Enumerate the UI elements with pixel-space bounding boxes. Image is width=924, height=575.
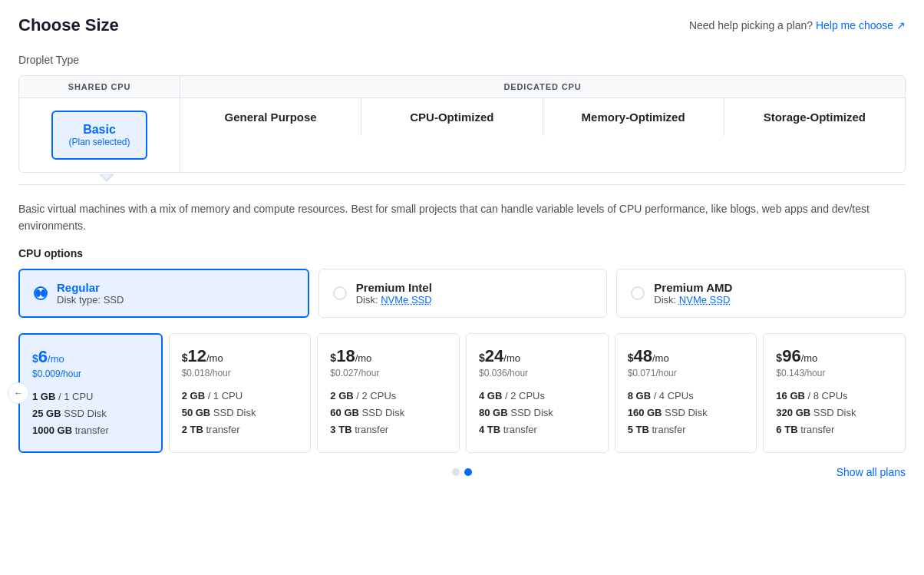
pricing-card-24[interactable]: $ 24 /mo $0.036/hour 4 GB / 2 CPUs 80 GB… <box>466 333 609 453</box>
premium-intel-disk-link[interactable]: NVMe SSD <box>381 294 431 306</box>
pricing-container: $ 6 /mo $0.009/hour 1 GB / 1 CPU 25 GB S… <box>18 333 906 453</box>
premium-intel-disk: Disk: NVMe SSD <box>356 294 432 306</box>
help-text-area: Need help picking a plan? Help me choose… <box>689 19 906 31</box>
price-dollar-18: $ <box>330 352 336 364</box>
price-dollar-24: $ <box>479 352 485 364</box>
pricing-wrapper: ← $ 6 /mo $0.009/hour 1 GB / 1 CPU 25 GB… <box>18 333 906 453</box>
pricing-specs-24: 4 GB / 2 CPUs 80 GB SSD Disk 4 TB transf… <box>479 388 596 438</box>
pricing-specs-48: 8 GB / 4 CPUs 160 GB SSD Disk 5 TB trans… <box>628 388 744 438</box>
spec-ram-48: 8 GB / 4 CPUs <box>628 388 744 405</box>
price-line-12: $ 12 /mo <box>182 346 299 366</box>
price-period-6: /mo <box>48 353 64 365</box>
page-header: Choose Size Need help picking a plan? He… <box>18 15 906 35</box>
spec-ram-18: 2 GB / 2 CPUs <box>330 388 447 405</box>
price-period-48: /mo <box>652 352 669 364</box>
spec-ram-6: 1 GB / 1 CPU <box>32 388 149 405</box>
selection-arrow <box>18 172 906 184</box>
droplet-type-label: Droplet Type <box>18 54 906 66</box>
general-purpose-plan[interactable]: General Purpose <box>180 98 361 136</box>
price-line-6: $ 6 /mo <box>32 347 149 367</box>
cpu-optimized-plan[interactable]: CPU-Optimized <box>361 98 543 136</box>
shared-cpu-header: SHARED CPU <box>19 76 180 98</box>
arrow-left-icon: ← <box>14 388 23 398</box>
regular-cpu-option[interactable]: Regular Disk type: SSD <box>18 269 309 318</box>
spec-ram-24: 4 GB / 2 CPUs <box>479 388 596 405</box>
premium-intel-option[interactable]: Premium Intel Disk: NVMe SSD <box>318 269 608 318</box>
premium-amd-radio <box>631 286 645 300</box>
price-amount-12: 12 <box>187 346 206 366</box>
help-me-choose-link[interactable]: Help me choose ↗ <box>816 19 906 31</box>
premium-amd-name: Premium AMD <box>654 281 732 294</box>
price-amount-48: 48 <box>633 346 652 366</box>
price-line-24: $ 24 /mo <box>479 346 596 366</box>
price-amount-96: 96 <box>782 346 800 366</box>
price-hourly-48: $0.071/hour <box>628 368 744 378</box>
price-amount-24: 24 <box>485 346 503 366</box>
storage-optimized-plan[interactable]: Storage-Optimized <box>724 98 905 136</box>
spec-disk-6: 25 GB SSD Disk <box>32 405 149 422</box>
pagination-dot-1[interactable] <box>452 468 460 476</box>
cpu-options-container: Regular Disk type: SSD Premium Intel Dis… <box>18 269 906 318</box>
pagination-container: Show all plans <box>18 468 906 476</box>
pricing-card-48[interactable]: $ 48 /mo $0.071/hour 8 GB / 4 CPUs 160 G… <box>615 333 757 453</box>
pricing-nav-left[interactable]: ← <box>8 382 29 404</box>
basic-plan-sub: (Plan selected) <box>68 137 130 147</box>
spec-ram-12: 2 GB / 1 CPU <box>182 388 299 405</box>
price-dollar-12: $ <box>182 352 188 364</box>
show-all-plans-link[interactable]: Show all plans <box>837 466 906 478</box>
premium-intel-radio <box>333 286 347 300</box>
spec-transfer-96: 6 TB transfer <box>776 421 893 438</box>
basic-plan-name: Basic <box>68 123 130 137</box>
dedicated-cpu-column: DEDICATED CPU General Purpose CPU-Optimi… <box>180 76 905 172</box>
price-hourly-12: $0.018/hour <box>182 368 299 378</box>
price-amount-18: 18 <box>336 346 355 366</box>
regular-cpu-name: Regular <box>57 281 124 294</box>
price-period-96: /mo <box>801 352 818 364</box>
external-link-icon: ↗ <box>896 19 906 31</box>
regular-cpu-info: Regular Disk type: SSD <box>57 281 124 306</box>
pricing-specs-12: 2 GB / 1 CPU 50 GB SSD Disk 2 TB transfe… <box>182 388 299 438</box>
droplet-type-container: SHARED CPU Basic (Plan selected) DEDICAT… <box>18 75 906 173</box>
price-line-48: $ 48 /mo <box>628 346 744 366</box>
shared-cpu-column: SHARED CPU Basic (Plan selected) <box>19 76 180 172</box>
price-dollar-96: $ <box>776 352 782 364</box>
spec-transfer-48: 5 TB transfer <box>628 421 744 438</box>
price-line-96: $ 96 /mo <box>776 346 893 366</box>
pricing-specs-6: 1 GB / 1 CPU 25 GB SSD Disk 1000 GB tran… <box>32 388 149 439</box>
premium-intel-name: Premium Intel <box>356 281 432 294</box>
premium-amd-disk-link[interactable]: NVMe SSD <box>679 294 730 306</box>
help-text-label: Need help picking a plan? <box>689 19 813 31</box>
spec-disk-18: 60 GB SSD Disk <box>330 405 447 421</box>
regular-radio <box>34 286 48 300</box>
dedicated-cpu-header: DEDICATED CPU <box>180 76 905 98</box>
spec-transfer-18: 3 TB transfer <box>330 421 447 438</box>
price-period-12: /mo <box>206 352 223 364</box>
price-hourly-6: $0.009/hour <box>32 368 149 379</box>
spec-transfer-6: 1000 GB transfer <box>32 422 149 439</box>
pricing-card-6[interactable]: $ 6 /mo $0.009/hour 1 GB / 1 CPU 25 GB S… <box>18 333 163 453</box>
pricing-specs-96: 16 GB / 8 CPUs 320 GB SSD Disk 6 TB tran… <box>776 388 893 438</box>
price-hourly-24: $0.036/hour <box>479 368 596 378</box>
memory-optimized-plan[interactable]: Memory-Optimized <box>543 98 724 136</box>
page-title: Choose Size <box>18 15 119 35</box>
price-period-24: /mo <box>503 352 520 364</box>
premium-amd-option[interactable]: Premium AMD Disk: NVMe SSD <box>616 269 906 318</box>
spec-disk-24: 80 GB SSD Disk <box>479 405 596 421</box>
pricing-card-12[interactable]: $ 12 /mo $0.018/hour 2 GB / 1 CPU 50 GB … <box>169 333 312 453</box>
pricing-card-18[interactable]: $ 18 /mo $0.027/hour 2 GB / 2 CPUs 60 GB… <box>317 333 460 453</box>
premium-amd-info: Premium AMD Disk: NVMe SSD <box>654 281 732 306</box>
pricing-card-96[interactable]: $ 96 /mo $0.143/hour 16 GB / 8 CPUs 320 … <box>763 333 906 453</box>
price-hourly-18: $0.027/hour <box>330 368 447 378</box>
basic-plan-card[interactable]: Basic (Plan selected) <box>51 111 147 160</box>
shared-cpu-body: Basic (Plan selected) <box>19 98 180 172</box>
dedicated-plans-row: General Purpose CPU-Optimized Memory-Opt… <box>180 98 905 136</box>
price-period-18: /mo <box>355 352 372 364</box>
pricing-specs-18: 2 GB / 2 CPUs 60 GB SSD Disk 3 TB transf… <box>330 388 447 438</box>
plan-description: Basic virtual machines with a mix of mem… <box>18 185 906 247</box>
regular-cpu-disk: Disk type: SSD <box>57 294 124 306</box>
price-line-18: $ 18 /mo <box>330 346 447 366</box>
price-dollar-6: $ <box>32 352 38 365</box>
premium-amd-disk: Disk: NVMe SSD <box>654 294 732 306</box>
pagination-dot-2[interactable] <box>464 468 472 476</box>
spec-transfer-12: 2 TB transfer <box>182 421 299 438</box>
